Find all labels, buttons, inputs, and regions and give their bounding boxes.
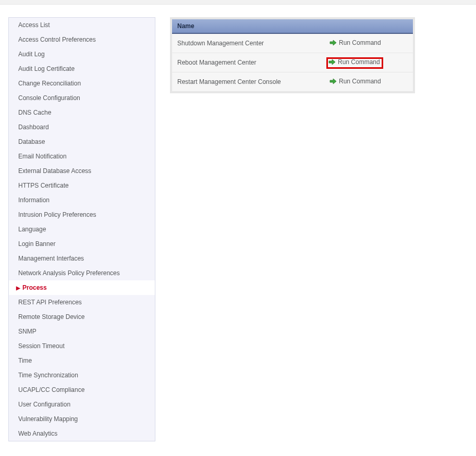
process-table-wrapper: Name Shutdown Management CenterRun Comma… [170, 17, 415, 93]
sidebar-item-label: HTTPS Certificate [18, 182, 69, 189]
sidebar-item-network-analysis-policy-preferences[interactable]: ▶Network Analysis Policy Preferences [9, 266, 155, 280]
sidebar-item-rest-api-preferences[interactable]: ▶REST API Preferences [9, 295, 155, 310]
sidebar-item-email-notification[interactable]: ▶Email Notification [9, 149, 155, 164]
sidebar-item-dashboard[interactable]: ▶Dashboard [9, 120, 155, 134]
sidebar-item-label: Remote Storage Device [18, 313, 84, 321]
run-command-label: Run Command [339, 78, 381, 85]
process-action-cell: Run Command [324, 72, 413, 92]
main-panel: Name Shutdown Management CenterRun Comma… [170, 17, 415, 93]
sidebar-item-vulnerability-mapping[interactable]: ▶Vulnerability Mapping [9, 412, 155, 426]
sidebar-item-process[interactable]: ▶Process [9, 280, 155, 295]
sidebar-item-access-control-preferences[interactable]: ▶Access Control Preferences [9, 32, 155, 47]
sidebar-item-label: Login Banner [18, 240, 55, 248]
sidebar-item-web-analytics[interactable]: ▶Web Analytics [9, 426, 155, 441]
sidebar-item-https-certificate[interactable]: ▶HTTPS Certificate [9, 178, 155, 193]
sidebar-item-label: User Configuration [18, 401, 70, 408]
run-command-link[interactable]: Run Command [329, 39, 381, 46]
sidebar-item-label: Intrusion Policy Preferences [18, 211, 96, 218]
sidebar-item-label: Web Analytics [18, 430, 57, 437]
sidebar-item-label: REST API Preferences [18, 299, 82, 306]
sidebar-item-label: Console Configuration [18, 94, 80, 102]
sidebar-item-ucapl-cc-compliance[interactable]: ▶UCAPL/CC Compliance [9, 383, 155, 397]
sidebar-item-intrusion-policy-preferences[interactable]: ▶Intrusion Policy Preferences [9, 207, 155, 222]
process-name: Shutdown Management Center [172, 33, 324, 53]
table-row: Reboot Management CenterRun Command [172, 53, 413, 72]
run-command-link[interactable]: Run Command [329, 78, 381, 85]
sidebar-item-login-banner[interactable]: ▶Login Banner [9, 237, 155, 251]
sidebar-item-audit-log-certificate[interactable]: ▶Audit Log Certificate [9, 61, 155, 76]
sidebar-item-user-configuration[interactable]: ▶User Configuration [9, 397, 155, 412]
sidebar-item-label: Database [18, 138, 45, 145]
column-header-action [324, 19, 413, 33]
sidebar-item-label: Change Reconciliation [18, 80, 81, 87]
page-content: ▶Access List▶Access Control Preferences▶… [0, 5, 476, 454]
sidebar-item-label: Audit Log Certificate [18, 65, 75, 72]
sidebar-item-label: Vulnerability Mapping [18, 415, 78, 423]
sidebar-item-dns-cache[interactable]: ▶DNS Cache [9, 105, 155, 120]
sidebar-item-label: Access List [18, 21, 50, 29]
highlight-box: Run Command [326, 57, 383, 69]
sidebar-item-label: Process [22, 284, 47, 291]
sidebar-item-audit-log[interactable]: ▶Audit Log [9, 47, 155, 61]
sidebar-item-label: Audit Log [18, 51, 45, 58]
sidebar-item-label: Access Control Preferences [18, 36, 96, 43]
top-bar [0, 0, 476, 5]
sidebar-item-management-interfaces[interactable]: ▶Management Interfaces [9, 251, 155, 266]
sidebar-item-session-timeout[interactable]: ▶Session Timeout [9, 339, 155, 353]
sidebar-item-label: External Database Access [18, 167, 91, 175]
sidebar-item-label: Language [18, 226, 46, 233]
sidebar-nav: ▶Access List▶Access Control Preferences▶… [8, 17, 155, 441]
sidebar-item-time[interactable]: ▶Time [9, 353, 155, 368]
run-command-link[interactable]: Run Command [328, 58, 380, 66]
sidebar-item-information[interactable]: ▶Information [9, 193, 155, 207]
sidebar-item-label: Dashboard [18, 124, 49, 131]
run-arrow-icon [329, 40, 337, 46]
sidebar-item-language[interactable]: ▶Language [9, 222, 155, 237]
sidebar-item-label: Email Notification [18, 153, 67, 160]
sidebar-item-label: Management Interfaces [18, 255, 84, 262]
process-name: Restart Management Center Console [172, 72, 324, 92]
sidebar-item-access-list[interactable]: ▶Access List [9, 18, 155, 32]
run-arrow-icon [329, 78, 337, 84]
process-action-cell: Run Command [324, 33, 413, 53]
sidebar-item-time-synchronization[interactable]: ▶Time Synchronization [9, 368, 155, 383]
sidebar-item-label: Information [18, 196, 50, 204]
table-row: Shutdown Management CenterRun Command [172, 33, 413, 53]
sidebar-item-label: Network Analysis Policy Preferences [18, 269, 120, 277]
run-arrow-icon [328, 59, 336, 65]
sidebar-item-label: UCAPL/CC Compliance [18, 386, 84, 393]
column-header-name: Name [172, 19, 324, 33]
sidebar-item-console-configuration[interactable]: ▶Console Configuration [9, 91, 155, 105]
sidebar-item-label: SNMP [18, 328, 36, 335]
sidebar-item-label: Time Synchronization [18, 372, 78, 379]
process-action-cell: Run Command [324, 53, 413, 72]
sidebar-item-label: Time [18, 357, 32, 364]
run-command-label: Run Command [339, 39, 381, 46]
sidebar-item-label: Session Timeout [18, 342, 65, 350]
sidebar-item-snmp[interactable]: ▶SNMP [9, 324, 155, 339]
arrow-right-icon: ▶ [16, 285, 20, 291]
sidebar-item-remote-storage-device[interactable]: ▶Remote Storage Device [9, 310, 155, 324]
process-table: Name Shutdown Management CenterRun Comma… [172, 19, 413, 91]
sidebar-item-change-reconciliation[interactable]: ▶Change Reconciliation [9, 76, 155, 91]
process-name: Reboot Management Center [172, 53, 324, 72]
sidebar-item-database[interactable]: ▶Database [9, 134, 155, 149]
table-row: Restart Management Center ConsoleRun Com… [172, 72, 413, 92]
sidebar-item-label: DNS Cache [18, 109, 51, 116]
run-command-label: Run Command [338, 58, 380, 66]
sidebar-item-external-database-access[interactable]: ▶External Database Access [9, 164, 155, 178]
